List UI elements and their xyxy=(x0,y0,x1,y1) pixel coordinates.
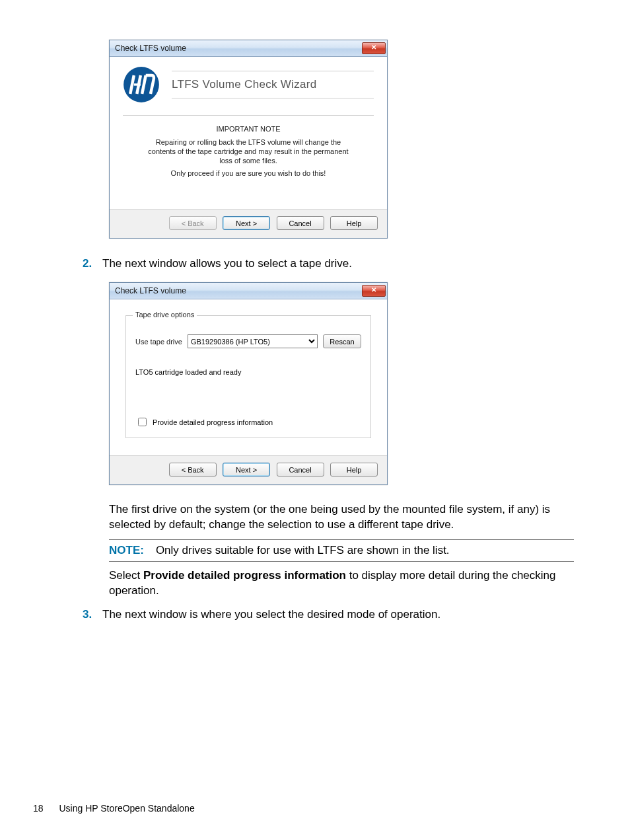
rescan-button[interactable]: Rescan xyxy=(323,334,361,348)
page-number: 18 xyxy=(33,803,44,814)
next-button[interactable]: Next > xyxy=(223,216,270,230)
hp-logo-icon xyxy=(123,66,160,103)
step-3: 3. The next window is where you select t… xyxy=(83,608,574,621)
step-2: 2. The next window allows you to select … xyxy=(83,257,574,270)
drive-status-text: LTO5 cartridge loaded and ready xyxy=(135,368,361,376)
group-legend: Tape drive options xyxy=(133,311,197,319)
important-note-text-1: Repairing or rolling back the LTFS volum… xyxy=(143,138,354,165)
cancel-button[interactable]: Cancel xyxy=(277,463,324,477)
step-text: The next window is where you select the … xyxy=(102,608,440,621)
footer-section: Using HP StoreOpen Standalone xyxy=(59,803,194,814)
dialog-button-row: < Back Next > Cancel Help xyxy=(110,455,387,484)
step-text: The next window allows you to select a t… xyxy=(102,257,352,270)
use-tape-drive-label: Use tape drive xyxy=(135,338,182,346)
dialog-check-volume-intro: Check LTFS volume ✕ LTFS Volume Check Wi… xyxy=(109,40,388,239)
detailed-progress-label: Provide detailed progress information xyxy=(153,418,273,426)
step-number: 2. xyxy=(83,257,102,270)
paragraph-select-detailed: Select Provide detailed progress informa… xyxy=(109,568,574,599)
step-number: 3. xyxy=(83,608,102,621)
back-button[interactable]: < Back xyxy=(169,463,217,477)
dialog-button-row: < Back Next > Cancel Help xyxy=(110,209,387,238)
paragraph-default-drive: The first drive on the system (or the on… xyxy=(109,502,574,533)
close-icon[interactable]: ✕ xyxy=(362,285,386,297)
page-footer: 18 Using HP StoreOpen Standalone xyxy=(33,803,195,814)
cancel-button[interactable]: Cancel xyxy=(277,216,324,230)
help-button[interactable]: Help xyxy=(330,463,378,477)
note-callout: NOTE:Only drives suitable for use with L… xyxy=(109,539,574,562)
window-title: Check LTFS volume xyxy=(115,286,186,295)
window-title: Check LTFS volume xyxy=(115,44,186,53)
tape-drive-options-group: Tape drive options Use tape drive GB1929… xyxy=(125,315,371,438)
next-button[interactable]: Next > xyxy=(223,463,270,477)
tape-drive-select[interactable]: GB19290386 (HP LTO5) xyxy=(188,334,318,348)
help-button[interactable]: Help xyxy=(330,216,378,230)
dialog-tape-drive-options: Check LTFS volume ✕ Tape drive options U… xyxy=(109,282,388,485)
close-icon[interactable]: ✕ xyxy=(362,42,386,54)
titlebar[interactable]: Check LTFS volume ✕ xyxy=(110,283,387,299)
detailed-progress-row[interactable]: Provide detailed progress information xyxy=(135,416,361,428)
note-label: NOTE: xyxy=(109,544,144,556)
titlebar[interactable]: Check LTFS volume ✕ xyxy=(110,40,387,57)
wizard-title: LTFS Volume Check Wizard xyxy=(172,78,374,91)
important-note-heading: IMPORTANT NOTE xyxy=(143,125,354,133)
note-text: Only drives suitable for use with LTFS a… xyxy=(156,544,450,556)
back-button: < Back xyxy=(169,216,217,230)
important-note-text-2: Only proceed if you are sure you wish to… xyxy=(143,169,354,178)
detailed-progress-checkbox[interactable] xyxy=(138,418,147,426)
